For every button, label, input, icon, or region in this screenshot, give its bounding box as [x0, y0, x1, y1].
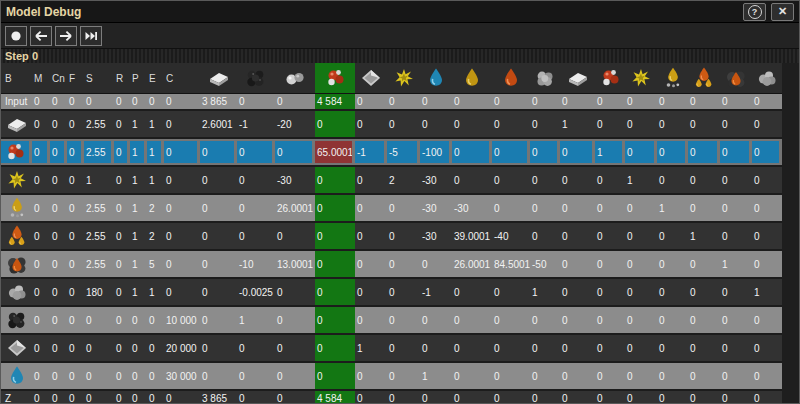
cell-Cn: 0 [50, 391, 67, 404]
cell-C: 0 [164, 279, 200, 305]
table-row-z[interactable]: Z000000003 865004 5840000000000000 [1, 391, 782, 404]
cell-water-drop: -100 [420, 141, 452, 163]
cell-water-drop: 0 [420, 94, 452, 109]
cell-red-molecule: 4 584 [315, 94, 355, 109]
cell-red-molecule-b: 0 [595, 363, 625, 389]
cell-C: 0 [164, 391, 200, 404]
cell-heavy-oil-drop: 0 [492, 363, 530, 389]
cell-orange-drops: 0 [688, 391, 720, 404]
table-row-coal[interactable]: 000000010 00001000000000000000 [1, 307, 782, 335]
burner-drop-icon [724, 66, 748, 90]
record-button[interactable] [5, 26, 27, 46]
cell-S: 2.55 [84, 111, 114, 137]
oil-drop-dots-icon [661, 66, 685, 90]
heavy-oil-drop-icon [499, 66, 523, 90]
table-row-smoke[interactable]: 00018001100-0.00250000-10010000001 [1, 279, 782, 307]
close-button[interactable]: ✕ [771, 3, 794, 21]
table-row-input[interactable]: Input000000003 865004 5840000000000000 [1, 94, 782, 111]
cell-red-molecule: 0 [315, 167, 355, 193]
cell-M: 0 [32, 363, 50, 389]
cell-orange-drops: 0 [688, 141, 720, 163]
cell-orange-drops: 0 [688, 335, 720, 361]
cell-F: 0 [67, 335, 84, 361]
col-header-Cn: Cn [50, 63, 67, 93]
cell-C: 0 [164, 141, 200, 163]
step-forward-button[interactable] [55, 26, 77, 46]
cell-coal: -1 [237, 111, 275, 137]
cell-R: 0 [114, 167, 130, 193]
cell-burner-drop: 1 [720, 251, 752, 277]
stone-icon [533, 66, 557, 90]
cell-sulfur-b: 0 [625, 335, 657, 361]
cell-E: 5 [147, 251, 164, 277]
table-row-white-plate[interactable]: 0002.5501102.6001-1-2000000001000000 [1, 111, 782, 139]
cell-sulfur-b: 0 [625, 391, 657, 404]
cell-white-plate: 0 [200, 195, 237, 221]
cell-C: 0 [164, 251, 200, 277]
cell-red-molecule: 0 [315, 111, 355, 137]
oil-drop-dots-icon [5, 196, 29, 220]
cell-red-molecule-b: 0 [595, 335, 625, 361]
cell-white-plate: 3 865 [200, 391, 237, 404]
cell-white-plate: 0 [200, 335, 237, 361]
col-header-burner-drop [720, 63, 752, 93]
cell-oil-drop: 0 [452, 391, 492, 404]
cell-orange-drops: 1 [688, 223, 720, 249]
cell-C: 0 [164, 195, 200, 221]
table-row-red-molecule[interactable]: 0002.55011000065.0001-1-5-1000000100000 [1, 139, 782, 167]
cell-burner-drop: 0 [720, 363, 752, 389]
sulfur-b-icon [629, 66, 653, 90]
cell-Cn: 0 [50, 335, 67, 361]
cell-oil-drop-dots: 0 [657, 307, 688, 333]
cell-white-plate: 3 865 [200, 94, 237, 109]
cell-burner-drop: 0 [720, 307, 752, 333]
cell-heavy-oil-drop: -40 [492, 223, 530, 249]
cell-M: 0 [32, 251, 50, 277]
cell-sulfur-b: 1 [625, 167, 657, 193]
cell-M: 0 [32, 195, 50, 221]
cell-gray-ore: 0 [275, 307, 315, 333]
cell-burner-drop: 0 [720, 223, 752, 249]
cell-water-drop: 0 [420, 335, 452, 361]
cell-white-plate: 0 [200, 363, 237, 389]
water-drop-icon [5, 364, 29, 388]
gray-ore-icon [283, 66, 307, 90]
cell-heavy-oil-drop: 0 [492, 141, 530, 163]
row-icon-coal [1, 307, 32, 333]
cell-white-plate: 2.6001 [200, 111, 237, 137]
cell-white-plate-b: 0 [560, 363, 595, 389]
table-row-burner-drop[interactable]: 0002.5501500-1013.0001000026.000184.5001… [1, 251, 782, 279]
cell-P: 0 [130, 335, 147, 361]
table-row-water-drop[interactable]: 000000030 00000000010000000000 [1, 363, 782, 391]
row-label: Z [1, 391, 32, 404]
cell-burner-drop: 0 [720, 111, 752, 137]
cell-oil-drop: -30 [452, 195, 492, 221]
table-row-steel-plate[interactable]: 000000020 00000001000000000000 [1, 335, 782, 363]
cell-P: 1 [130, 195, 147, 221]
title-bar[interactable]: Model Debug ? ✕ [1, 1, 799, 23]
cell-S: 180 [84, 279, 114, 305]
col-header-P: P [130, 63, 147, 93]
col-header-sulfur [387, 63, 420, 93]
table-row-sulfur[interactable]: 0001011000-30002-300000010000 [1, 167, 782, 195]
cell-oil-drop-dots: 0 [657, 94, 688, 109]
cell-gray-ore: 0 [275, 391, 315, 404]
cell-red-molecule-b: 0 [595, 391, 625, 404]
cell-sulfur: 0 [387, 363, 420, 389]
cell-P: 1 [130, 167, 147, 193]
cell-gray-ore: -20 [275, 111, 315, 137]
playback-toolbar [1, 23, 799, 49]
cell-orange-drops: 0 [688, 94, 720, 109]
step-back-button[interactable] [30, 26, 52, 46]
cell-P: 1 [130, 223, 147, 249]
table-row-orange-drops[interactable]: 0002.550120000000-3039.0001-4000000100 [1, 223, 782, 251]
row-icon-smoke [1, 279, 32, 305]
table-row-oil-drop-dots[interactable]: 0002.5501200026.0001000-30-30000001000 [1, 195, 782, 223]
step-forward-icon [56, 26, 76, 46]
run-to-end-button[interactable] [80, 26, 102, 46]
cell-red-molecule-b: 0 [595, 195, 625, 221]
cell-stone: 0 [530, 141, 560, 163]
cell-water-drop: -30 [420, 223, 452, 249]
help-button[interactable]: ? [743, 3, 766, 21]
row-icon-orange-drops [1, 223, 32, 249]
